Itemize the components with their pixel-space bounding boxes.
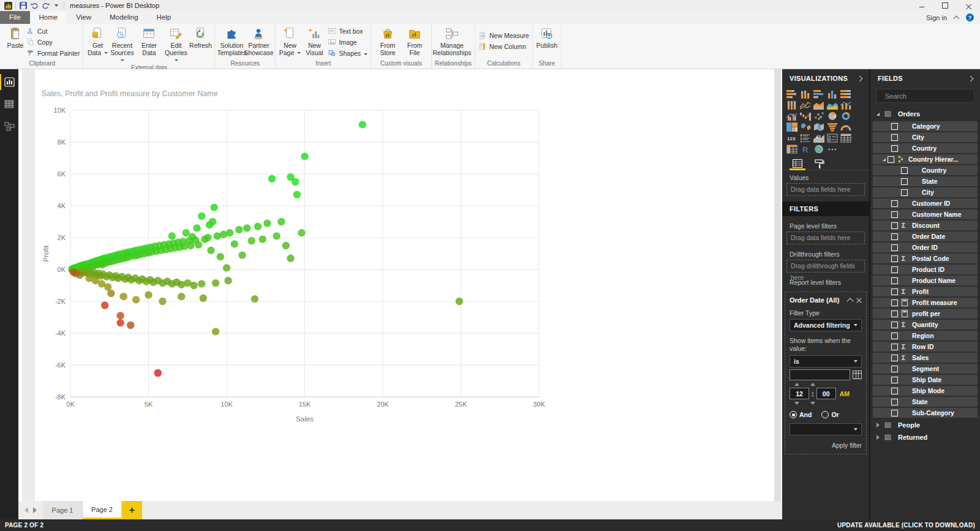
field-country[interactable]: Country xyxy=(873,143,978,153)
field-checkbox[interactable] xyxy=(891,311,898,317)
viz-map-icon[interactable] xyxy=(800,122,812,132)
viz-100-stacked-bar-icon[interactable] xyxy=(840,89,852,99)
remove-filter-icon[interactable] xyxy=(856,298,862,303)
data-point[interactable] xyxy=(200,295,207,302)
tab-file[interactable]: File xyxy=(0,11,30,24)
data-point[interactable] xyxy=(101,301,108,309)
viz-gauge-icon[interactable] xyxy=(840,122,852,132)
field-checkbox[interactable] xyxy=(891,255,898,262)
field-checkbox[interactable] xyxy=(888,156,894,163)
field-checkbox[interactable] xyxy=(891,299,898,306)
data-point[interactable] xyxy=(251,295,258,303)
collapse-pane-icon[interactable] xyxy=(968,75,974,81)
viz-scatter-icon[interactable] xyxy=(813,111,825,121)
data-point[interactable] xyxy=(226,229,233,236)
tab-home[interactable]: Home xyxy=(30,11,67,24)
apply-filter-button[interactable]: Apply filter xyxy=(790,442,862,449)
data-point[interactable] xyxy=(292,178,299,186)
data-point[interactable] xyxy=(217,253,224,260)
data-point[interactable] xyxy=(359,121,366,128)
viz-line-stacked-column-icon[interactable] xyxy=(840,100,852,110)
field-city[interactable]: City xyxy=(873,132,978,142)
data-point[interactable] xyxy=(212,328,219,335)
data-point[interactable] xyxy=(195,241,202,249)
field-profit-per[interactable]: profit per xyxy=(873,309,978,318)
hour-input[interactable]: 12 xyxy=(790,388,809,399)
data-point[interactable] xyxy=(273,232,280,239)
field-category[interactable]: Category xyxy=(873,121,978,131)
table-people[interactable]: People xyxy=(873,419,978,431)
field-customer-id[interactable]: Customer ID xyxy=(873,198,978,208)
viz-arcgis-map-icon[interactable] xyxy=(813,144,825,154)
data-point[interactable] xyxy=(104,283,111,290)
field-product-id[interactable]: Product ID xyxy=(873,265,978,274)
second-condition-dropdown[interactable] xyxy=(790,423,862,435)
viz-pie-icon[interactable] xyxy=(827,111,839,121)
field-customer-name[interactable]: Customer Name xyxy=(873,209,978,219)
paste-button[interactable]: Paste xyxy=(4,24,26,50)
refresh-button[interactable]: Refresh xyxy=(189,24,211,50)
minute-increment-icon[interactable] xyxy=(810,383,815,386)
filter-type-dropdown[interactable]: Advanced filtering xyxy=(790,319,862,331)
page-tab-2[interactable]: Page 2 xyxy=(83,501,122,519)
field-ship-mode[interactable]: Ship Mode xyxy=(873,386,978,396)
data-view-button[interactable] xyxy=(0,95,18,113)
field-checkbox[interactable] xyxy=(891,200,898,207)
field-sales[interactable]: ΣSales xyxy=(873,353,978,363)
update-available-link[interactable]: UPDATE AVAILABLE (CLICK TO DOWNLOAD) xyxy=(837,522,975,529)
help-icon[interactable]: ? xyxy=(966,13,974,21)
date-input[interactable] xyxy=(790,369,850,380)
viz-stacked-area-icon[interactable] xyxy=(827,100,839,110)
data-point[interactable] xyxy=(210,203,217,211)
field-checkbox[interactable] xyxy=(891,333,898,339)
field-search-box[interactable] xyxy=(876,89,974,103)
format-painter-button[interactable]: Format Painter xyxy=(26,49,80,58)
canvas-right-scrollbar[interactable] xyxy=(774,69,781,501)
minute-input[interactable]: 00 xyxy=(816,388,836,399)
values-drop-zone[interactable]: Drag data fields here xyxy=(786,183,865,196)
solution-templates-button[interactable]: Solution Templates xyxy=(218,24,245,57)
data-point[interactable] xyxy=(243,224,251,232)
viz-r-script-icon[interactable]: R xyxy=(800,144,812,154)
edit-queries-button[interactable]: Edit Queries xyxy=(162,24,189,64)
field-checkbox[interactable] xyxy=(891,222,898,229)
field-checkbox[interactable] xyxy=(891,211,898,218)
scatter-chart[interactable]: 0K5K10K15K20K25K30K10K8K6K4K2K0K-2K-4K-6… xyxy=(34,86,551,426)
data-point[interactable] xyxy=(168,232,176,239)
data-point[interactable] xyxy=(190,282,197,289)
field-checkbox[interactable] xyxy=(891,288,898,295)
viz-100-stacked-column-icon[interactable] xyxy=(786,100,798,110)
field-segment[interactable]: Segment xyxy=(873,364,978,374)
partner-showcase-button[interactable]: Partner Showcase xyxy=(245,24,272,57)
new-page-button[interactable]: + xyxy=(122,501,142,519)
data-point[interactable] xyxy=(235,226,243,233)
viz-table-icon[interactable] xyxy=(840,133,852,143)
new-column-button[interactable]: New Column xyxy=(478,42,529,51)
condition-dropdown[interactable]: is xyxy=(790,355,862,367)
data-point[interactable] xyxy=(282,242,290,249)
close-button[interactable] xyxy=(957,0,980,11)
data-point[interactable] xyxy=(70,269,77,276)
field-country[interactable]: Country xyxy=(873,165,978,175)
data-point[interactable] xyxy=(254,223,262,230)
field-sub-category[interactable]: Sub-Category xyxy=(873,408,978,418)
data-point[interactable] xyxy=(287,255,294,262)
data-point[interactable] xyxy=(127,322,134,329)
viz-filled-map-icon[interactable] xyxy=(813,122,825,132)
from-store-button[interactable]: From Store xyxy=(374,24,401,57)
shapes-button[interactable]: Shapes xyxy=(328,49,368,58)
field-checkbox[interactable] xyxy=(901,178,908,185)
viz-waterfall-icon[interactable] xyxy=(800,111,812,121)
data-point[interactable] xyxy=(456,298,463,305)
minimize-button[interactable] xyxy=(910,0,933,11)
collapse-pane-icon[interactable] xyxy=(857,75,863,81)
viz-stacked-column-icon[interactable] xyxy=(800,89,812,99)
field-checkbox[interactable] xyxy=(891,266,898,273)
new-measure-button[interactable]: New Measure xyxy=(478,31,529,40)
viz-clustered-column-icon[interactable] xyxy=(827,89,839,99)
expand-table-icon[interactable] xyxy=(876,423,880,427)
data-point[interactable] xyxy=(277,218,285,225)
search-input[interactable] xyxy=(884,92,973,100)
image-button[interactable]: Image xyxy=(328,38,368,47)
cut-button[interactable]: Cut xyxy=(26,27,80,36)
